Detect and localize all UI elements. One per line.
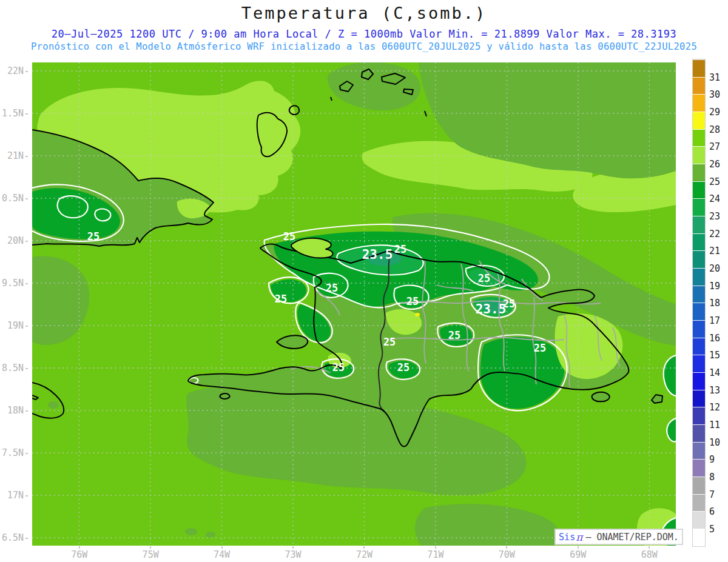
colorbar-tick-label: 27	[709, 142, 720, 152]
y-axis-label: 6.5N	[2, 532, 28, 543]
contour-label: 23.5	[362, 247, 393, 262]
colorbar-segment: 23	[693, 198, 705, 216]
colorbar-segment: 24	[693, 181, 705, 199]
x-axis-label: 68W	[614, 546, 685, 560]
x-axis: 76W 75W 74W 73W 72W 71W 70W 69W 68W	[44, 546, 685, 560]
colorbar-tick-label: 12	[709, 403, 720, 412]
colorbar-segment: 10	[693, 424, 705, 442]
x-axis-label: 74W	[186, 546, 257, 560]
x-axis-label: 75W	[115, 546, 186, 560]
colorbar-segment: 25	[693, 164, 705, 181]
contour-label: 25	[534, 342, 546, 354]
contour-label: 25	[406, 295, 419, 307]
colorbar-segment: 17	[693, 303, 705, 320]
contour-label: 25	[397, 361, 410, 373]
colorbar-tick-label: 26	[709, 160, 720, 169]
y-axis-label: 17N	[7, 490, 28, 501]
colorbar-segment: 28	[693, 112, 705, 129]
colorbar-tick-label: 9	[709, 455, 715, 464]
colorbar-tick-label: 24	[709, 195, 720, 204]
x-axis-label: 72W	[329, 546, 400, 560]
colorbar-segment: 27	[693, 129, 705, 147]
y-axis-label: 7.5N	[2, 447, 28, 458]
contour-label: 25	[448, 329, 460, 341]
colorbar-segment: 26	[693, 146, 705, 164]
colorbar-tick-label: 31	[709, 73, 720, 82]
page-title: Temperatura (C,somb.)	[0, 4, 728, 22]
contour-label: 25	[326, 282, 338, 294]
x-axis-label: 69W	[542, 546, 613, 560]
colorbar-segment	[693, 529, 705, 546]
colorbar-segment: 22	[693, 216, 705, 233]
contour-label: 25	[332, 361, 345, 373]
colorbar-tick-label: 5	[709, 525, 715, 534]
y-axis-label: 20N	[7, 235, 28, 246]
colorbar-segment: 15	[693, 338, 705, 355]
colorbar-segment: 19	[693, 268, 705, 286]
branding-sis-label: Sis	[559, 532, 575, 543]
colorbar-tick-label: 19	[709, 282, 720, 291]
colorbar-tick-label: 14	[709, 369, 720, 378]
colorbar-segment: 16	[693, 320, 705, 338]
colorbar-tick-label: 30	[709, 90, 720, 99]
y-axis-label: 22N	[7, 65, 28, 76]
colorbar-segment: 11	[693, 407, 705, 424]
y-axis-label: 9.5N	[2, 278, 28, 289]
subtitle-valid-time: 20–Jul–2025 1200 UTC / 9:00 am Hora Loca…	[0, 28, 728, 40]
colorbar-segment: 18	[693, 286, 705, 303]
colorbar-segment: 21	[693, 233, 705, 251]
colorbar-tick-label: 28	[709, 125, 720, 135]
colorbar-tick-label: 17	[709, 316, 720, 326]
colorbar-tick-label: 7	[709, 490, 715, 500]
colorbar-segment: 31	[693, 59, 705, 77]
branding-onamet-label: – ONAMET/REP.DOM.	[585, 532, 679, 543]
colorbar-legend: 31 30 29 28 27 26 25	[693, 59, 705, 546]
y-axis-label: 19N	[7, 320, 28, 331]
colorbar-segment: 30	[693, 77, 705, 95]
colorbar-tick-label: 15	[709, 351, 720, 360]
colorbar-segment: 13	[693, 372, 705, 390]
colorbar-segment: 8	[693, 459, 705, 477]
colorbar-tick-label: 16	[709, 334, 720, 343]
colorbar-segment: 9	[693, 442, 705, 460]
weather-map-figure: Temperatura (C,somb.) 20–Jul–2025 1200 U…	[0, 0, 728, 562]
colorbar-segment: 29	[693, 94, 705, 112]
x-axis-label: 70W	[471, 546, 542, 560]
contour-label: 25	[394, 243, 406, 255]
colorbar-segment: 20	[693, 250, 705, 268]
contour-label: 25	[87, 230, 99, 243]
contour-label: 25	[283, 230, 295, 243]
colorbar-tick-label: 18	[709, 299, 720, 308]
pi-logo-icon: π	[576, 531, 582, 543]
colorbar-tick-label: 11	[709, 421, 720, 430]
subtitle-model-run: Pronóstico con el Modelo Atmósferico WRF…	[0, 41, 728, 52]
contour-label: 25	[275, 293, 287, 305]
colorbar-segment: 14	[693, 355, 705, 372]
colorbar-tick-label: 6	[709, 507, 715, 517]
colorbar-segment: 5	[693, 511, 705, 529]
colorbar-tick-label: 13	[709, 386, 720, 395]
y-axis-label: 18N	[7, 405, 28, 416]
contour-label: 25	[478, 272, 490, 284]
coastline-saona	[592, 392, 610, 401]
y-axis-label: 1.5N	[2, 108, 28, 119]
x-axis-label: 76W	[44, 546, 115, 560]
colorbar-tick-label: 20	[709, 264, 720, 273]
colorbar-segment: 7	[693, 477, 705, 494]
colorbar-tick-label: 23	[709, 212, 720, 221]
contour-label: 23.5	[476, 302, 507, 316]
colorbar-tick-label: 10	[709, 438, 720, 447]
contour-label: 25	[383, 336, 396, 348]
y-axis: 22N 1.5N 21N 0.5N 20N 9.5N 19N 8.5N 18N …	[0, 65, 28, 543]
y-axis-label: 0.5N	[2, 193, 28, 204]
colorbar-tick-label: 29	[709, 108, 720, 117]
colorbar-tick-label: 25	[709, 178, 720, 187]
contour-label: 25	[503, 298, 515, 310]
y-axis-label: 8.5N	[2, 363, 28, 373]
colorbar-tick-label: 22	[709, 230, 720, 239]
x-axis-label: 73W	[257, 546, 328, 560]
map-canvas: 25 25 23.5 25 25 25 25 25 23.5 25 25 25 …	[32, 62, 676, 546]
colorbar-tick-label: 8	[709, 473, 715, 482]
colorbar-segment: 12	[693, 390, 705, 407]
colorbar-segment: 6	[693, 494, 705, 512]
